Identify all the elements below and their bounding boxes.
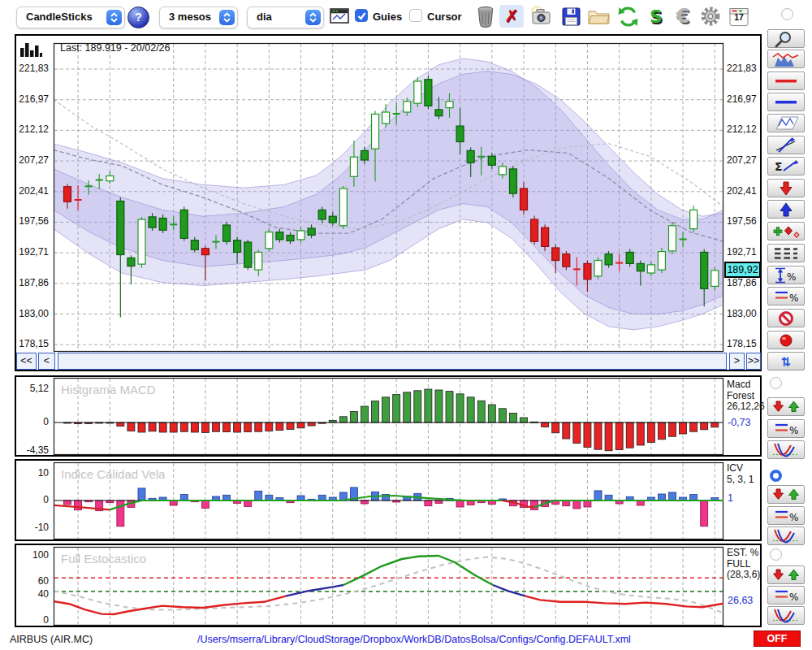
sync-icon[interactable]: S bbox=[644, 3, 668, 29]
current-price-tag: 189,92 bbox=[724, 262, 761, 278]
popup-stepper-icon bbox=[305, 10, 321, 25]
icv-select-radio[interactable] bbox=[770, 470, 782, 482]
svg-text:%: % bbox=[789, 425, 798, 436]
scroll-first-button[interactable]: << bbox=[16, 353, 37, 370]
last-price-label: Last: 189.919 - 20/02/26 bbox=[60, 42, 171, 54]
icv-title: Indice Calidad Vela bbox=[61, 467, 165, 481]
delete-icon[interactable]: ✗ bbox=[499, 5, 524, 28]
cursor-label: Cursor bbox=[427, 11, 462, 23]
stoch-signals-button[interactable] bbox=[767, 566, 805, 584]
interval-select[interactable]: dia bbox=[247, 6, 324, 28]
stoch-curve-button[interactable] bbox=[767, 606, 805, 625]
config-path-label: /Users/mserra/Library/CloudStorage/Dropb… bbox=[89, 634, 739, 645]
refresh-icon[interactable] bbox=[615, 3, 640, 29]
svg-text:%: % bbox=[789, 512, 798, 523]
record-tool-button[interactable] bbox=[767, 331, 805, 349]
scroll-next-button[interactable]: > bbox=[729, 353, 745, 370]
volume-indicator-button[interactable] bbox=[767, 50, 805, 68]
trash-icon[interactable] bbox=[473, 3, 498, 29]
stoch-title: Full Estocastico bbox=[61, 552, 146, 566]
add-signal-markers-button[interactable] bbox=[767, 222, 805, 240]
svg-text:%: % bbox=[787, 271, 796, 283]
period-select[interactable]: 3 mesos bbox=[159, 6, 238, 28]
euro-icon[interactable]: € bbox=[671, 3, 695, 29]
macd-select-radio[interactable] bbox=[770, 377, 782, 389]
stoch-select-radio[interactable] bbox=[770, 548, 782, 561]
calendar-icon[interactable]: 17 bbox=[727, 3, 751, 29]
main-select-radio[interactable] bbox=[781, 8, 793, 20]
cursor-checkbox[interactable] bbox=[409, 9, 422, 22]
stoch-params-label: EST. %FULL(28,3,6) bbox=[727, 548, 762, 581]
off-toggle-button[interactable]: OFF bbox=[754, 630, 801, 647]
macd-percent-button[interactable]: % bbox=[767, 419, 805, 438]
guies-label: Guies bbox=[373, 11, 402, 23]
histogram-mode-icon[interactable] bbox=[19, 41, 42, 63]
symbol-label: AIRBUS (AIR.MC) bbox=[10, 634, 93, 645]
stoch-value: 26,63 bbox=[728, 595, 763, 606]
date-scroll-strip[interactable] bbox=[58, 353, 727, 370]
red-hline-tool-button[interactable] bbox=[767, 72, 805, 90]
icv-signals-button[interactable] bbox=[767, 485, 805, 504]
icv-params-label: ICV5, 3, 1 bbox=[727, 463, 762, 485]
interval-label: dia bbox=[257, 11, 272, 23]
chart-type-select[interactable]: CandleSticks bbox=[16, 6, 125, 28]
svg-text:%: % bbox=[789, 592, 798, 603]
icv-curve-button[interactable] bbox=[767, 526, 805, 545]
macd-value: -0,73 bbox=[728, 417, 763, 428]
help-button[interactable]: ? bbox=[127, 6, 149, 28]
svg-text:Σ: Σ bbox=[775, 160, 783, 173]
main-chart-panel[interactable] bbox=[15, 34, 762, 371]
scroll-prev-button[interactable]: < bbox=[38, 353, 55, 370]
chart-type-label: CandleSticks bbox=[26, 11, 93, 23]
zoom-tool-button[interactable] bbox=[767, 29, 805, 48]
arrow-up-marker-button[interactable] bbox=[767, 200, 805, 219]
blue-hline-tool-button[interactable] bbox=[767, 93, 805, 111]
toolbar: CandleSticks ? 3 mesos dia Guies Cursor … bbox=[0, 0, 812, 33]
vertical-percent-tool-button[interactable]: % bbox=[767, 266, 805, 284]
macd-signals-button[interactable] bbox=[767, 397, 805, 416]
popup-stepper-icon bbox=[106, 10, 122, 25]
popup-stepper-icon bbox=[219, 10, 235, 25]
macd-title: Histgrama MACD bbox=[61, 383, 156, 396]
percent-lines-tool-button[interactable]: % bbox=[767, 287, 805, 306]
macd-curve-button[interactable] bbox=[767, 440, 805, 459]
zigzag-channel-tool-button[interactable] bbox=[767, 114, 805, 132]
sum-trend-tool-button[interactable]: Σ bbox=[767, 157, 805, 176]
disable-tool-button[interactable] bbox=[767, 309, 805, 327]
snapshot-icon[interactable] bbox=[529, 3, 553, 29]
icv-percent-button[interactable]: % bbox=[767, 506, 805, 525]
calendar-day-label: 17 bbox=[727, 12, 751, 22]
stoch-percent-button[interactable]: % bbox=[767, 586, 805, 604]
scroll-last-button[interactable]: >> bbox=[746, 353, 761, 370]
open-folder-icon[interactable] bbox=[586, 3, 611, 29]
arrow-down-marker-button[interactable] bbox=[767, 179, 805, 197]
guies-checkbox[interactable] bbox=[355, 9, 368, 22]
macd-params-label: MacdForest26,12,26 bbox=[727, 379, 762, 413]
save-icon[interactable] bbox=[559, 3, 583, 29]
icv-value: 1 bbox=[728, 492, 763, 504]
reload-tool-button[interactable]: ⇄ bbox=[767, 352, 805, 370]
trendline-tool-button[interactable] bbox=[767, 136, 805, 154]
period-label: 3 mesos bbox=[169, 11, 211, 23]
mini-chart-window-icon[interactable] bbox=[327, 3, 352, 29]
settings-gear-icon[interactable] bbox=[698, 3, 723, 29]
svg-text:%: % bbox=[789, 292, 798, 304]
parallel-lines-tool-button[interactable] bbox=[767, 244, 805, 262]
status-bar: AIRBUS (AIR.MC) /Users/mserra/Library/Cl… bbox=[0, 628, 812, 650]
